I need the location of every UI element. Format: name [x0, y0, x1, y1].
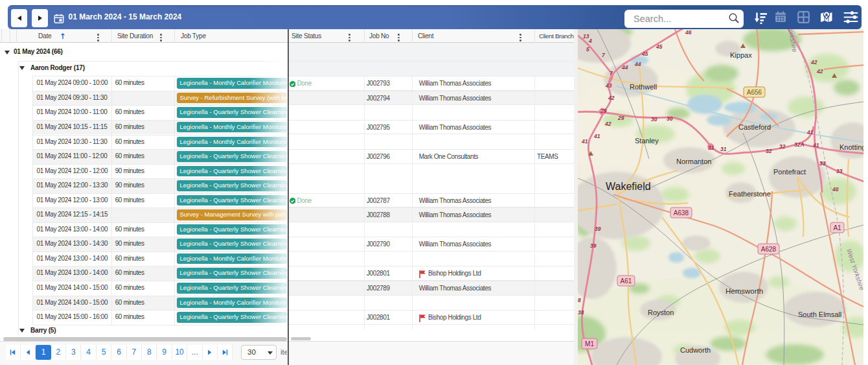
svg-text:Hemsworth: Hemsworth [725, 287, 763, 295]
svg-text:31: 31 [720, 146, 727, 152]
svg-text:32: 32 [779, 143, 786, 150]
svg-text:29: 29 [617, 115, 624, 121]
svg-text:44: 44 [634, 61, 641, 67]
svg-text:30: 30 [651, 116, 657, 123]
svg-text:45: 45 [641, 51, 648, 57]
svg-text:33: 33 [819, 160, 826, 167]
svg-text:33: 33 [836, 168, 843, 174]
svg-text:Cudworth: Cudworth [680, 346, 711, 354]
svg-text:32: 32 [766, 148, 772, 154]
svg-text:Castleford: Castleford [738, 123, 771, 131]
svg-text:A638: A638 [674, 209, 689, 217]
svg-text:41: 41 [806, 129, 814, 135]
svg-text:5: 5 [586, 46, 589, 53]
svg-text:Wakefield: Wakefield [606, 181, 651, 192]
svg-text:8: 8 [578, 297, 581, 303]
svg-text:42: 42 [604, 121, 611, 127]
svg-text:Knottingley: Knottingley [839, 143, 863, 151]
svg-text:Royston: Royston [648, 309, 674, 316]
svg-text:41: 41 [812, 142, 819, 148]
svg-text:41: 41 [581, 138, 588, 145]
svg-text:South Elmsall: South Elmsall [798, 311, 841, 318]
svg-text:Featherstone: Featherstone [729, 190, 771, 198]
svg-text:29: 29 [600, 108, 607, 114]
svg-text:43: 43 [605, 82, 612, 89]
svg-text:A61: A61 [621, 277, 632, 285]
svg-text:Normanton: Normanton [676, 158, 711, 165]
svg-text:30: 30 [667, 115, 673, 122]
svg-text:32A: 32A [794, 141, 805, 148]
svg-text:4: 4 [588, 38, 592, 44]
svg-text:A628: A628 [761, 246, 777, 253]
svg-text:Stanley: Stanley [635, 137, 659, 145]
svg-text:38: 38 [578, 309, 584, 316]
svg-text:40: 40 [832, 186, 839, 193]
svg-text:42: 42 [608, 95, 615, 101]
svg-text:45: 45 [656, 43, 663, 50]
svg-text:Pontefract: Pontefract [773, 168, 806, 176]
svg-text:39: 39 [590, 242, 597, 249]
svg-text:Kippax: Kippax [730, 51, 752, 59]
svg-text:Rothwell: Rothwell [630, 83, 657, 91]
svg-text:44: 44 [621, 64, 628, 71]
svg-text:46: 46 [685, 29, 692, 36]
svg-text:M1: M1 [585, 340, 594, 347]
svg-text:42: 42 [810, 59, 817, 65]
svg-text:31: 31 [708, 145, 714, 151]
svg-text:A656: A656 [747, 89, 762, 96]
svg-text:A1: A1 [833, 224, 841, 231]
svg-text:42: 42 [816, 68, 823, 75]
svg-text:41: 41 [593, 133, 600, 139]
svg-text:39: 39 [595, 226, 601, 232]
